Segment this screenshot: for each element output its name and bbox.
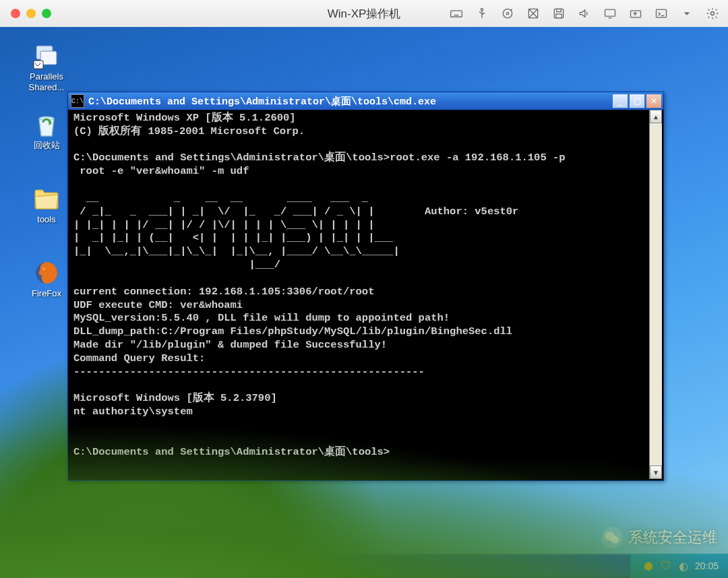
maximize-button[interactable]: ▢: [629, 94, 645, 108]
cmd-scrollbar[interactable]: ▲ ▼: [649, 110, 662, 479]
watermark: 系统安全运维: [601, 527, 717, 548]
svg-rect-17: [557, 9, 562, 11]
watermark-text: 系统安全运维: [628, 527, 717, 548]
tray-clock-icon[interactable]: ◐: [677, 560, 690, 572]
terminal-icon[interactable]: [654, 6, 669, 21]
svg-rect-18: [556, 14, 562, 18]
minimize-window-icon[interactable]: [26, 9, 36, 18]
desktop-icon-recycle-bin[interactable]: 回收站: [20, 110, 73, 151]
cmd-window: C:\ C:\Documents and Settings\Administra…: [67, 92, 664, 481]
taskbar-item-label: C:\Documents and...: [123, 561, 204, 571]
cmd-window-icon: C:\: [71, 94, 84, 108]
svg-rect-23: [657, 9, 667, 18]
zoom-window-icon[interactable]: [42, 9, 51, 18]
firefox-icon: [32, 259, 61, 287]
tray-security-icon[interactable]: 🛡: [660, 560, 672, 572]
taskbar-item-cmd[interactable]: C:\ C:\Documents and...: [97, 556, 236, 575]
floppy-icon[interactable]: [551, 6, 566, 21]
desktop-icon-label: Parallels Shared...: [20, 71, 73, 92]
start-button-label: 开始: [27, 557, 54, 575]
system-tray[interactable]: ⬢ 🛡 ◐ 20:05: [630, 554, 728, 578]
minimize-button[interactable]: _: [612, 94, 628, 108]
network-icon[interactable]: [526, 6, 541, 21]
parallels-icon: [32, 42, 61, 70]
recycle-bin-icon: [32, 110, 61, 139]
svg-rect-28: [34, 61, 43, 69]
desktop-icon-tools-folder[interactable]: tools: [20, 185, 73, 225]
tray-shield-icon[interactable]: ⬢: [642, 560, 655, 572]
svg-rect-0: [451, 11, 462, 17]
usb-icon[interactable]: [475, 6, 489, 21]
xp-desktop[interactable]: Parallels Shared... 回收站 tools FireFox C:…: [0, 27, 728, 578]
svg-rect-19: [605, 9, 615, 16]
xp-taskbar: 开始 C:\ C:\Documents and... ⬢ 🛡 ◐ 20:05: [0, 554, 728, 578]
host-toolbar: [449, 6, 720, 21]
svg-point-31: [605, 532, 615, 540]
scroll-up-button[interactable]: ▲: [650, 110, 662, 123]
svg-point-32: [611, 536, 619, 544]
close-button[interactable]: ✕: [646, 94, 662, 108]
desktop-icon-label: tools: [20, 214, 73, 225]
traffic-lights: [11, 9, 51, 18]
gear-icon[interactable]: [705, 6, 720, 21]
start-button[interactable]: 开始: [0, 554, 86, 578]
scroll-track[interactable]: [650, 123, 662, 465]
cmd-icon: C:\: [106, 560, 118, 571]
wechat-icon: [601, 527, 623, 548]
cmd-window-title: C:\Documents and Settings\Administrator\…: [88, 95, 612, 108]
host-titlebar: Win-XP操作机: [0, 0, 728, 28]
windows-logo-icon: [6, 558, 22, 573]
svg-rect-21: [631, 11, 641, 18]
share-icon[interactable]: [628, 6, 643, 21]
tray-clock[interactable]: 20:05: [695, 560, 719, 571]
desktop-icon-label: FireFox: [20, 288, 73, 299]
svg-line-12: [510, 9, 512, 11]
desktop-icon-label: 回收站: [20, 140, 73, 151]
close-window-icon[interactable]: [11, 9, 20, 18]
keyboard-icon[interactable]: [449, 6, 464, 21]
scroll-down-button[interactable]: ▼: [650, 465, 662, 479]
desktop-icon-firefox[interactable]: FireFox: [20, 259, 73, 299]
folder-icon: [32, 185, 61, 213]
dropdown-icon[interactable]: [679, 6, 694, 21]
sound-icon[interactable]: [577, 6, 592, 21]
svg-point-6: [481, 9, 483, 11]
cd-icon[interactable]: [500, 6, 515, 21]
vm-screen: Parallels Shared... 回收站 tools FireFox C:…: [0, 27, 728, 578]
display-icon[interactable]: [603, 6, 617, 21]
cmd-output[interactable]: Microsoft Windows XP [版本 5.1.2600] (C) 版…: [69, 110, 650, 479]
cmd-titlebar[interactable]: C:\ C:\Documents and Settings\Administra…: [68, 92, 663, 110]
desktop-icon-parallels[interactable]: Parallels Shared...: [20, 42, 73, 92]
svg-point-25: [711, 12, 715, 15]
svg-point-11: [506, 12, 508, 14]
